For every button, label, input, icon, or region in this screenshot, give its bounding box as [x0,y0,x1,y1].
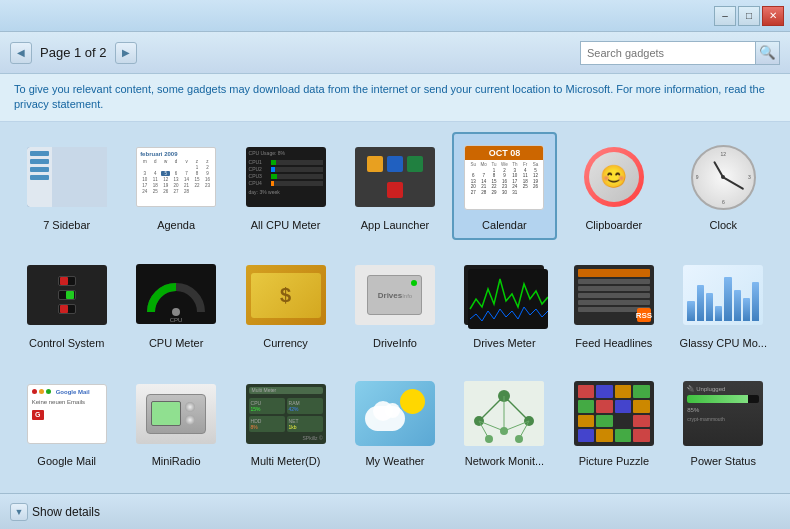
info-text: To give you relevant content, some gadge… [14,83,765,110]
gadget-item-clock[interactable]: 12 6 3 9 Clock [671,132,776,240]
gadget-icon-all-cpu: CPU Usage: 8% CPU1 CPU2 CPU3 CPU4 day: 3… [241,140,331,215]
search-input[interactable] [581,42,755,64]
gadget-label-feed-headlines: Feed Headlines [575,337,652,350]
gadget-item-multi-meter[interactable]: Multi Meter CPU15% RAM42% HDD8% NET1kb S… [233,368,338,476]
next-page-button[interactable]: ▶ [115,42,137,64]
bottom-bar: ▼ Show details [0,493,790,529]
gadget-item-clipboarder[interactable]: 😊 Clipboarder [561,132,666,240]
search-box: 🔍 [580,41,780,65]
gadget-label-agenda: Agenda [157,219,195,232]
gadget-item-currency[interactable]: $ Currency [233,250,338,358]
gadget-icon-control-system [22,258,112,333]
gadget-icon-miniradio [131,376,221,451]
gadget-icon-feed-headlines: RSS [569,258,659,333]
search-button[interactable]: 🔍 [755,42,779,64]
gadget-icon-clipboarder: 😊 [569,140,659,215]
nav-bar: ◀ Page 1 of 2 ▶ 🔍 [0,32,790,74]
gadget-item-google-mail[interactable]: Google Mail Keine neuen Emails G Google … [14,368,119,476]
gadget-icon-multi-meter: Multi Meter CPU15% RAM42% HDD8% NET1kb S… [241,376,331,451]
gadget-item-picture-puzzle[interactable]: Picture Puzzle [561,368,666,476]
gadget-label-all-cpu: All CPU Meter [251,219,321,232]
gadget-label-cpu-meter: CPU Meter [149,337,203,350]
gadget-label-clock: Clock [710,219,738,232]
gadget-label-google-mail: Google Mail [37,455,96,468]
gadget-icon-sidebar [22,140,112,215]
gadget-item-network[interactable]: Network Monit... [452,368,557,476]
gadget-icon-glassy-cpu [678,258,768,333]
page-label: Page 1 of 2 [40,45,107,60]
svg-text:CPU: CPU [170,317,183,323]
gadget-icon-driveinfo: Drives Info [350,258,440,333]
gadget-item-driveinfo[interactable]: Drives Info DriveInfo [342,250,447,358]
gadget-label-multi-meter: Multi Meter(D) [251,455,321,468]
gadget-item-control-system[interactable]: Control System [14,250,119,358]
gadget-label-my-weather: My Weather [365,455,424,468]
gadget-item-sidebar[interactable]: 7 Sidebar [14,132,119,240]
gadget-item-app-launcher[interactable]: App Launcher [342,132,447,240]
gadget-label-currency: Currency [263,337,308,350]
info-bar: To give you relevant content, some gadge… [0,74,790,122]
gadget-icon-google-mail: Google Mail Keine neuen Emails G [22,376,112,451]
gadget-label-power-status: Power Status [691,455,756,468]
gadget-label-glassy-cpu: Glassy CPU Mo... [680,337,767,350]
gadget-icon-picture-puzzle [569,376,659,451]
gadget-icon-agenda: februari 2009 mdwdvzz 12 34 5 6789 10111… [131,140,221,215]
gadget-icon-network [459,376,549,451]
gadget-item-all-cpu[interactable]: CPU Usage: 8% CPU1 CPU2 CPU3 CPU4 day: 3… [233,132,338,240]
gadget-icon-cpu-meter: CPU [131,258,221,333]
gadgets-grid: 7 Sidebar februari 2009 mdwdvzz 12 34 5 … [14,132,776,477]
gadget-label-calendar: Calendar [482,219,527,232]
gadget-item-glassy-cpu[interactable]: Glassy CPU Mo... [671,250,776,358]
gadget-item-cpu-meter[interactable]: CPU CPU Meter [123,250,228,358]
gadget-item-power-status[interactable]: 🔌Unplugged 85% crypt-mammouth Power Stat… [671,368,776,476]
gadget-item-feed-headlines[interactable]: RSS Feed Headlines [561,250,666,358]
gadget-icon-app-launcher [350,140,440,215]
prev-page-button[interactable]: ◀ [10,42,32,64]
gadget-icon-calendar: OCT 08 SuMoTuWeThFrSa 12345 6789101112 1… [459,140,549,215]
gadget-label-clipboarder: Clipboarder [585,219,642,232]
gadget-label-control-system: Control System [29,337,104,350]
svg-point-1 [172,308,180,316]
gadget-item-my-weather[interactable]: My Weather [342,368,447,476]
chevron-down-icon: ▼ [10,503,28,521]
gadget-icon-currency: $ [241,258,331,333]
window-controls: – □ ✕ [714,6,784,26]
maximize-button[interactable]: □ [738,6,760,26]
gadget-label-drives-meter: Drives Meter [473,337,535,350]
gadget-item-agenda[interactable]: februari 2009 mdwdvzz 12 34 5 6789 10111… [123,132,228,240]
gadget-item-drives-meter[interactable]: Drives Meter [452,250,557,358]
gadget-label-driveinfo: DriveInfo [373,337,417,350]
gadget-item-calendar[interactable]: OCT 08 SuMoTuWeThFrSa 12345 6789101112 1… [452,132,557,240]
gadget-icon-clock: 12 6 3 9 [678,140,768,215]
minimize-button[interactable]: – [714,6,736,26]
gadget-label-miniradio: MiniRadio [152,455,201,468]
gadget-label-app-launcher: App Launcher [361,219,430,232]
show-details-button[interactable]: ▼ Show details [10,503,100,521]
show-details-label: Show details [32,505,100,519]
gadget-icon-my-weather [350,376,440,451]
gadget-label-sidebar: 7 Sidebar [43,219,90,232]
gadget-icon-power-status: 🔌Unplugged 85% crypt-mammouth [678,376,768,451]
gadget-label-network: Network Monit... [465,455,544,468]
close-button[interactable]: ✕ [762,6,784,26]
gadget-icon-drives-meter [459,258,549,333]
gadgets-area: 7 Sidebar februari 2009 mdwdvzz 12 34 5 … [0,122,790,489]
title-bar: – □ ✕ [0,0,790,32]
gadget-label-picture-puzzle: Picture Puzzle [579,455,649,468]
gadget-item-miniradio[interactable]: MiniRadio [123,368,228,476]
